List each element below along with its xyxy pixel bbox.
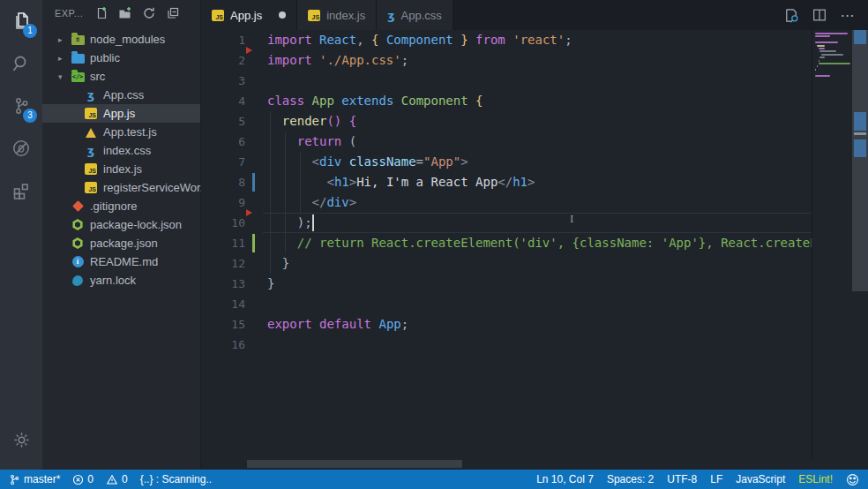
new-folder-icon	[118, 6, 132, 20]
tree-item-readme-md[interactable]: iREADME.md	[42, 252, 200, 271]
tab-app-js[interactable]: JSApp.js	[201, 0, 297, 30]
tree-item-registerservicewor-[interactable]: JSregisterServiceWor...	[42, 178, 200, 197]
js-file-icon: JS	[308, 10, 320, 21]
line-text[interactable]: // return React.createElement('div', {cl…	[267, 233, 852, 253]
tree-item-label: App.test.js	[103, 125, 157, 139]
editor-group: JSApp.jsJSindex.jsʒApp.css ⋯	[201, 0, 868, 470]
tree-item-public[interactable]: ▸public	[42, 49, 200, 67]
overview-modified-mark	[854, 30, 866, 44]
tree-item-index-js[interactable]: JSindex.js	[42, 160, 200, 178]
minimap-line	[817, 65, 818, 67]
minimap[interactable]	[812, 30, 852, 459]
editor-actions: ⋯	[780, 0, 868, 30]
source-control-view-button[interactable]: 3	[0, 85, 42, 127]
status-item-lf[interactable]: LF	[710, 473, 722, 485]
scm-badge: 3	[23, 109, 37, 123]
line-text[interactable]: render() {	[267, 111, 852, 132]
line-text[interactable]: }	[267, 253, 852, 274]
tab-index-js[interactable]: JSindex.js	[297, 0, 377, 30]
line-text[interactable]: </div>	[267, 192, 852, 213]
tree-item-src[interactable]: ▾</>src	[42, 67, 200, 86]
line-text[interactable]: <div className="App">	[267, 152, 852, 172]
line-text[interactable]	[267, 71, 852, 91]
status-item-eslint-[interactable]: ESLint!	[798, 473, 833, 485]
code-line-10: 10 );	[201, 213, 852, 233]
git-icon	[72, 200, 84, 212]
status-item-0[interactable]: 0	[106, 473, 128, 485]
gutter-decorations	[245, 294, 267, 314]
explorer-view-button[interactable]: 1	[0, 0, 42, 42]
tab-label: App.css	[401, 9, 442, 22]
chevron-collapsed-icon: ▸	[58, 54, 71, 63]
line-text[interactable]	[267, 335, 852, 355]
line-text[interactable]: import React, { Component } from 'react'…	[267, 30, 852, 50]
line-text[interactable]: class App extends Component {	[267, 91, 852, 111]
gutter-decorations	[245, 50, 267, 71]
line-text[interactable]: );	[267, 213, 852, 233]
collapse-folders-button[interactable]	[165, 5, 181, 21]
line-text[interactable]	[267, 294, 852, 314]
minimap-line	[815, 35, 830, 37]
code-line-9: 9 </div>	[201, 192, 852, 213]
tree-item-app-js[interactable]: JSApp.js	[42, 104, 200, 123]
dirty-indicator[interactable]	[279, 11, 286, 19]
tree-item-node-modules[interactable]: ▸≡node_modules	[42, 30, 200, 49]
code-line-2: 2import './App.css';	[201, 50, 852, 71]
line-number: 1	[201, 30, 245, 50]
vertical-scrollbar[interactable]	[852, 30, 868, 470]
status-item-utf-8[interactable]: UTF-8	[667, 473, 697, 485]
tab-app-css[interactable]: ʒApp.css	[377, 0, 453, 30]
code-area[interactable]: 1import React, { Component } from 'react…	[201, 30, 852, 459]
tree-item-app-css[interactable]: ʒApp.css	[42, 86, 200, 104]
open-preview-button[interactable]	[780, 4, 803, 26]
sidebar-explorer: EXP...	[42, 0, 201, 470]
tree-item-yarn-lock[interactable]: yarn.lock	[42, 271, 200, 290]
minimap-line	[819, 50, 836, 52]
minimap-line	[815, 41, 838, 43]
refresh-button[interactable]	[141, 5, 157, 21]
open-preview-icon	[783, 7, 800, 24]
branch-icon	[9, 474, 20, 485]
ellipsis-icon: ⋯	[841, 7, 856, 24]
status-item--scanning-[interactable]: {..} : Scanning..	[140, 473, 212, 485]
tree-item-app-test-js[interactable]: App.test.js	[42, 123, 200, 141]
status-item-spaces-2[interactable]: Spaces: 2	[607, 473, 654, 485]
search-icon	[11, 53, 32, 74]
line-text[interactable]: export default App;	[267, 314, 852, 335]
debug-view-button[interactable]	[0, 127, 42, 169]
line-text[interactable]: }	[267, 274, 852, 294]
warning-icon	[106, 474, 118, 485]
overview-cursor-mark	[854, 132, 866, 135]
collapse-all-icon	[166, 6, 180, 20]
status-item-ln-10-col-7[interactable]: Ln 10, Col 7	[536, 473, 594, 485]
line-text[interactable]: <h1>Hi, I'm a React App</h1>	[267, 172, 852, 192]
status-item-smiley[interactable]	[846, 473, 859, 486]
code-editor[interactable]: 1import React, { Component } from 'react…	[201, 30, 868, 470]
tree-item-package-json[interactable]: package.json	[42, 234, 200, 252]
more-actions-button[interactable]: ⋯	[836, 4, 859, 26]
code-line-6: 6 return (	[201, 132, 852, 152]
horizontal-scrollbar[interactable]	[247, 460, 462, 468]
line-number: 7	[201, 152, 245, 172]
split-editor-button[interactable]	[808, 4, 831, 26]
manage-button[interactable]	[0, 418, 42, 461]
status-item-label: JavaScript	[736, 473, 785, 485]
line-text[interactable]: return (	[267, 132, 852, 152]
status-item-javascript[interactable]: JavaScript	[736, 473, 785, 485]
git-added-bar	[252, 234, 255, 252]
tree-item--gitignore[interactable]: .gitignore	[42, 197, 200, 215]
search-view-button[interactable]	[0, 42, 42, 85]
gutter-decorations	[245, 274, 267, 294]
tree-item-index-css[interactable]: ʒindex.css	[42, 141, 200, 160]
tree-item-package-lock-json[interactable]: package-lock.json	[42, 215, 200, 234]
status-item-label: LF	[710, 473, 722, 485]
extensions-view-button[interactable]	[0, 169, 42, 212]
new-file-button[interactable]	[94, 5, 109, 21]
status-item-master-[interactable]: master*	[9, 473, 60, 485]
tree-item-label: public	[90, 51, 120, 64]
new-folder-button[interactable]	[117, 5, 133, 21]
line-text[interactable]: import './App.css';	[267, 50, 852, 71]
minimap-line	[819, 63, 850, 64]
status-item-0[interactable]: 0	[72, 473, 94, 485]
scrollbar-thumb[interactable]	[852, 30, 868, 291]
